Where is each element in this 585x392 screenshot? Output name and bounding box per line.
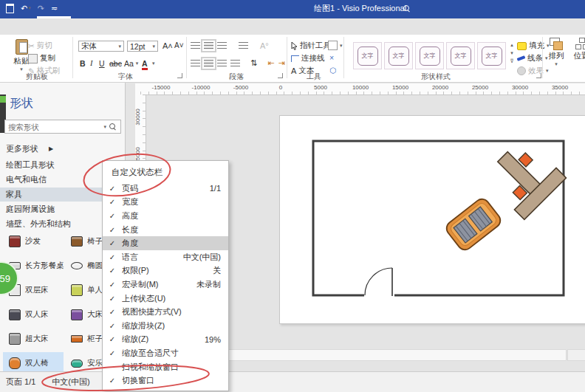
connector-button[interactable]: 连接线	[291, 53, 325, 63]
menu-item-value: 19%	[205, 335, 221, 344]
text-direction-icon[interactable]: ⇅	[250, 58, 257, 68]
chevron-down-icon[interactable]: ▾	[103, 124, 106, 130]
xl-bed-icon	[9, 333, 21, 345]
align-top-icon[interactable]	[191, 42, 200, 49]
menu-item-label: 扫视和缩放窗口	[122, 362, 221, 373]
fill-button[interactable]: 填充▾	[517, 41, 550, 51]
menu-item-label: 页码	[122, 183, 210, 194]
shape-style-swatch[interactable]: 文字	[477, 42, 506, 69]
align-left-icon[interactable]	[191, 60, 200, 67]
menu-item-1[interactable]: ✓宽度	[103, 196, 228, 210]
shape-style-swatch[interactable]: 文字	[446, 42, 475, 69]
stencil-shape-label: 双人椅	[25, 358, 49, 368]
sofa-icon	[9, 235, 21, 247]
cabinet-icon	[71, 335, 83, 343]
status-page-indicator[interactable]: 页面 1/1	[6, 376, 35, 388]
grow-font-button[interactable]: A˄	[162, 41, 173, 50]
copy-button[interactable]: 复制	[28, 53, 55, 63]
loveseat-icon	[9, 357, 21, 369]
ruler-label: 35000	[552, 84, 568, 91]
font-color-dropdown[interactable]: ▾	[152, 61, 155, 66]
align-bottom-icon[interactable]	[217, 42, 227, 49]
rotate-text-icon[interactable]: A°	[260, 41, 269, 50]
stencil-shape-8[interactable]: 超大床	[3, 328, 64, 350]
swatch-preview-text: 文字	[482, 47, 502, 66]
swatch-preview-text: 文字	[389, 47, 409, 66]
menu-item-5[interactable]: ✓语言中文(中国)	[103, 250, 228, 264]
font-family-combo[interactable]: 宋体▾	[78, 41, 124, 52]
gallery-down-icon[interactable]: ▾	[510, 50, 513, 56]
italic-button[interactable]: I	[90, 59, 93, 67]
checkmark-icon: ✓	[103, 253, 122, 261]
status-bar: 页面 1/1 中文(中国)	[0, 371, 585, 392]
menu-item-9[interactable]: ✓视图快捷方式(V)	[103, 305, 228, 319]
customize-qat-icon[interactable]: ≂	[51, 4, 58, 13]
menu-item-value: 未录制	[196, 279, 221, 290]
visio-window: ↶▾ ↷ ≂ 绘图1 - Visio Professional 文件开始插入设计…	[0, 0, 585, 392]
menu-item-0[interactable]: ✓页码1/1	[103, 182, 228, 196]
stencil-shape-label: 双层床	[25, 285, 49, 295]
bold-button[interactable]: B	[80, 59, 86, 68]
shrink-font-button[interactable]: A˅	[174, 41, 184, 49]
redo-icon[interactable]: ↷	[38, 4, 44, 13]
checkmark-icon: ✓	[103, 185, 122, 193]
connection-point-button[interactable]: ×	[329, 53, 334, 62]
menu-item-4[interactable]: ✓角度	[103, 236, 228, 250]
shape-style-swatch[interactable]: 文字	[384, 42, 413, 69]
align-middle-icon[interactable]	[204, 42, 213, 49]
more-shapes-item[interactable]: 更多形状 ▶	[6, 143, 53, 154]
stencil-shape-0[interactable]: 沙发	[3, 230, 64, 252]
rectangle-tool-button[interactable]: ▾	[328, 41, 343, 50]
stencil-shape-label: 双人床	[25, 309, 49, 320]
shape-style-swatch[interactable]: 文字	[353, 42, 382, 69]
checkmark-icon: ✓	[103, 212, 122, 220]
underline-button[interactable]: U	[99, 59, 105, 68]
search-input[interactable]	[5, 123, 103, 131]
paragraph-dialog-launcher-icon[interactable]	[278, 73, 283, 78]
decrease-indent-icon[interactable]: ⇤	[267, 58, 274, 68]
menu-item-11[interactable]: ✓缩放(Z)19%	[103, 333, 228, 347]
stencil-shape-6[interactable]: 双人床	[3, 303, 64, 326]
ruler-label: 20000	[432, 84, 448, 91]
scrollbar-corner[interactable]	[567, 349, 585, 361]
pointer-tool-button[interactable]: 指针工具	[291, 41, 331, 51]
search-icon[interactable]	[109, 123, 116, 130]
gallery-up-icon[interactable]: ▴	[510, 42, 513, 48]
cut-button[interactable]: ✂剪切	[28, 41, 52, 51]
shape-styles-dialog-launcher-icon[interactable]	[536, 73, 541, 78]
font-size-combo[interactable]: 12pt▾	[127, 41, 158, 52]
undo-icon[interactable]: ↶▾	[21, 4, 31, 13]
increase-indent-icon[interactable]: ⇥	[278, 58, 284, 68]
menu-item-3[interactable]: ✓长度	[103, 223, 228, 237]
menu-item-2[interactable]: ✓高度	[103, 209, 228, 223]
effects-button[interactable]: 效果▾	[517, 66, 549, 76]
position-button[interactable]: 位置	[570, 38, 585, 61]
shape-style-swatch[interactable]: 文字	[415, 42, 444, 69]
align-center-icon[interactable]	[204, 60, 213, 67]
menu-item-6[interactable]: ✓权限(P)关	[103, 264, 228, 278]
menu-item-10[interactable]: ✓缩放滑块(Z)	[103, 319, 228, 333]
change-case-button[interactable]: Aa▾	[124, 59, 138, 68]
save-icon[interactable]	[6, 4, 14, 13]
font-color-button[interactable]: A	[142, 59, 148, 70]
menu-item-12[interactable]: ✓缩放至合适尺寸	[103, 346, 228, 360]
strikethrough-button[interactable]: abc	[109, 59, 122, 68]
arrange-button[interactable]: 排列 ▾	[545, 38, 567, 67]
menu-item-7[interactable]: ✓宏录制(M)未录制	[103, 278, 228, 292]
single-bed-icon	[71, 284, 83, 296]
align-right-icon[interactable]	[217, 60, 227, 67]
menu-item-14[interactable]: ✓切换窗口	[103, 374, 228, 388]
bullets-icon[interactable]	[239, 42, 248, 49]
gallery-more-icon[interactable]: ⊽	[510, 58, 513, 64]
menu-item-value: 中文(中国)	[183, 252, 221, 263]
font-dialog-launcher-icon[interactable]	[177, 73, 182, 78]
menu-item-8[interactable]: ✓上传状态(U)	[103, 292, 228, 306]
justify-icon[interactable]	[230, 60, 240, 67]
line-button[interactable]: 线条▾	[517, 53, 548, 63]
shape-search-box[interactable]: ▾	[4, 120, 121, 134]
shape-styles-group-label: 形状样式	[410, 72, 462, 82]
big-bed-icon	[71, 309, 83, 320]
status-language-indicator[interactable]: 中文(中国)	[52, 376, 89, 388]
menu-item-13[interactable]: 扫视和缩放窗口	[103, 360, 228, 374]
checkmark-icon: ✓	[103, 281, 122, 289]
